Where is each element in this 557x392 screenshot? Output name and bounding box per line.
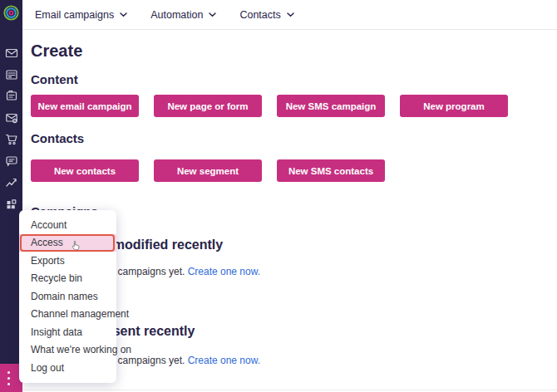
menu-item-insight-data[interactable]: Insight data: [19, 323, 116, 341]
nav-contacts[interactable]: Contacts: [239, 9, 293, 21]
menu-item-channel-management[interactable]: Channel management: [19, 306, 116, 324]
contacts-buttons-row: New contacts New segment New SMS contact…: [31, 159, 385, 182]
settings-dropdown-menu: Account Access Exports Recycle bin Domai…: [19, 210, 116, 383]
content-buttons-row: New email campaign New page or form New …: [31, 95, 508, 117]
menu-item-account[interactable]: Account: [19, 216, 116, 234]
menu-item-recycle-bin[interactable]: Recycle bin: [19, 270, 116, 288]
nav-email-campaigns[interactable]: Email campaigns: [35, 9, 127, 21]
menu-item-domain-names[interactable]: Domain names: [19, 287, 116, 306]
surveys-pages-forms-icon[interactable]: [5, 90, 18, 103]
commerce-cart-icon[interactable]: [5, 133, 18, 146]
new-sms-campaign-button[interactable]: New SMS campaign: [277, 95, 385, 117]
chat-bubble-icon[interactable]: [5, 154, 18, 168]
section-heading-content: Content: [31, 72, 78, 86]
page-title: Create: [31, 42, 82, 61]
new-contacts-button[interactable]: New contacts: [31, 159, 139, 182]
top-navigation: Email campaigns Automation Contacts: [22, 0, 557, 30]
new-sms-contacts-button[interactable]: New SMS contacts: [277, 159, 385, 182]
chevron-down-icon: [209, 12, 216, 17]
dotdigital-logo-icon[interactable]: [3, 5, 19, 21]
new-email-campaign-button[interactable]: New email campaign: [31, 95, 139, 117]
menu-item-access[interactable]: Access: [19, 234, 116, 252]
sms-icon[interactable]: [5, 111, 18, 125]
bottom-divider: [22, 390, 557, 390]
new-page-or-form-button[interactable]: New page or form: [154, 95, 262, 117]
create-one-now-link[interactable]: Create one now.: [188, 266, 260, 277]
nav-contacts-label: Contacts: [239, 9, 280, 21]
create-one-now-link[interactable]: Create one now.: [188, 355, 260, 366]
new-program-button[interactable]: New program: [400, 95, 508, 117]
nav-email-campaigns-label: Email campaigns: [35, 9, 114, 21]
new-segment-button[interactable]: New segment: [154, 159, 262, 182]
landing-page-icon[interactable]: [5, 68, 18, 81]
email-campaigns-icon[interactable]: [5, 47, 18, 60]
apps-grid-icon[interactable]: [5, 198, 18, 211]
menu-item-log-out[interactable]: Log out: [19, 359, 116, 377]
chevron-down-icon: [120, 12, 127, 17]
cursor-pointer-icon: [71, 240, 81, 251]
line-chart-icon[interactable]: [5, 176, 18, 189]
nav-automation[interactable]: Automation: [150, 9, 216, 21]
section-heading-contacts: Contacts: [31, 131, 84, 145]
chevron-down-icon: [287, 12, 294, 17]
menu-item-what-were-working-on[interactable]: What we're working on: [19, 341, 116, 360]
nav-automation-label: Automation: [150, 9, 203, 21]
menu-item-exports[interactable]: Exports: [19, 252, 116, 270]
